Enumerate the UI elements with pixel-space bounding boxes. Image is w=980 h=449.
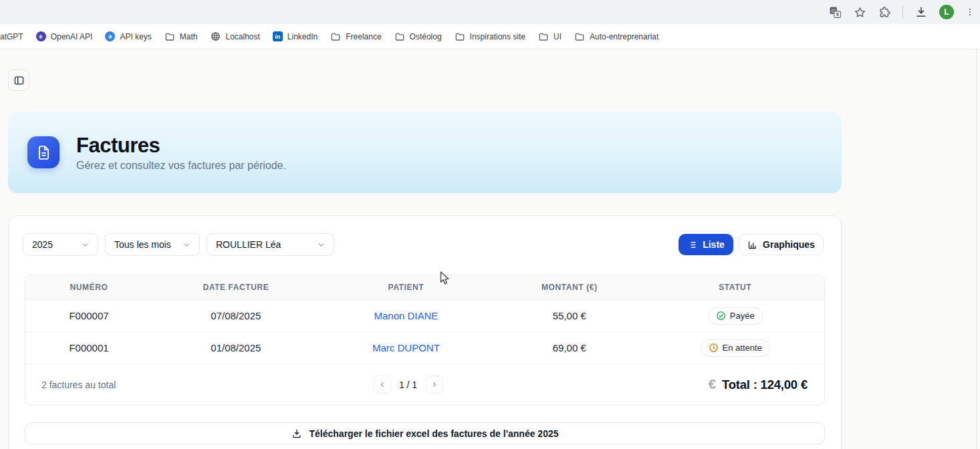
chevron-down-icon — [81, 241, 90, 249]
clock-icon — [709, 343, 719, 353]
toolbar-separator — [902, 6, 903, 18]
bookmark-folder-auto-entreprenariat[interactable]: Auto-entreprenariat — [574, 31, 658, 42]
filters-row: 2025 Tous les mois ROULLIER Léa — [23, 233, 334, 256]
bookmark-api-keys[interactable]: API keys — [105, 31, 151, 41]
invoice-date: 01/08/2025 — [152, 342, 320, 353]
folder-icon — [574, 31, 585, 42]
bar-chart-icon — [747, 240, 757, 250]
page-subtitle: Gérez et consultez vos factures par péri… — [76, 160, 286, 172]
folder-icon — [455, 31, 465, 42]
invoice-amount: 55,00 € — [493, 310, 646, 321]
bookmark-folder-ui[interactable]: UI — [538, 31, 562, 42]
column-header-patient: PATIENT — [320, 283, 493, 292]
list-view-button[interactable]: Liste — [679, 234, 733, 255]
column-header-numero: NUMÉRO — [25, 283, 152, 292]
openai-icon — [36, 31, 46, 41]
bookmark-folder-freelance[interactable]: Freelance — [330, 31, 381, 42]
month-select[interactable]: Tous les mois — [105, 233, 200, 256]
chevron-down-icon — [182, 241, 191, 249]
invoice-amount: 69,00 € — [493, 342, 646, 353]
check-circle-icon — [716, 311, 726, 321]
bookmark-folder-osteolog[interactable]: Ostéolog — [394, 31, 442, 42]
charts-view-button[interactable]: Graphiques — [739, 234, 824, 255]
browser-menu-icon[interactable] — [965, 5, 975, 19]
download-icon — [291, 428, 302, 439]
year-select[interactable]: 2025 — [23, 233, 98, 256]
table-row: F000001 01/08/2025 Marc DUPONT 69,00 € E… — [25, 332, 824, 364]
next-page-button[interactable] — [425, 376, 443, 394]
sidebar-toggle-button[interactable] — [8, 69, 29, 91]
downloads-icon[interactable] — [914, 5, 928, 19]
bookmark-chatgpt[interactable]: atGPT — [0, 32, 23, 41]
bookmark-openai-api[interactable]: OpenAI API — [36, 31, 93, 41]
translate-icon[interactable]: G — [828, 5, 842, 19]
chevron-down-icon — [317, 241, 326, 249]
invoice-document-icon — [27, 136, 59, 168]
bookmark-localhost[interactable]: Localhost — [210, 31, 259, 42]
column-header-montant: MONTANT (€) — [493, 283, 646, 292]
patient-link[interactable]: Manon DIANE — [374, 310, 438, 321]
page-indicator: 1 / 1 — [399, 380, 417, 390]
chevron-right-icon — [430, 380, 439, 389]
total-amount: € Total : 124,00 € — [709, 377, 808, 392]
invoice-count: 2 factures au total — [41, 380, 116, 390]
practitioner-select[interactable]: ROULLIER Léa — [207, 233, 334, 256]
invoice-number: F000001 — [25, 342, 152, 353]
chevron-left-icon — [378, 380, 386, 389]
table-header-row: NUMÉRO DATE FACTURE PATIENT MONTANT (€) … — [25, 275, 824, 300]
bookmark-linkedin[interactable]: in LinkedIn — [273, 31, 318, 41]
invoices-card: 2025 Tous les mois ROULLIER Léa Liste Gr… — [8, 215, 842, 449]
page-header-card: Factures Gérez et consultez vos factures… — [8, 112, 842, 193]
globe-icon — [210, 31, 221, 42]
download-excel-button[interactable]: Télécharger le fichier excel des facture… — [25, 422, 825, 444]
linkedin-icon: in — [273, 31, 283, 41]
list-icon — [687, 240, 697, 250]
mouse-cursor — [440, 271, 450, 288]
browser-toolbar: G L — [0, 0, 980, 24]
table-footer: 2 factures au total 1 / 1 € Total : 124,… — [25, 364, 824, 405]
status-badge-paid: Payée — [708, 307, 763, 325]
profile-avatar[interactable]: L — [939, 5, 954, 19]
bookmark-folder-math[interactable]: Math — [164, 31, 198, 42]
view-toggle: Liste Graphiques — [679, 234, 824, 255]
invoice-date: 07/08/2025 — [152, 310, 320, 321]
api-keys-icon — [105, 31, 115, 41]
page-title: Factures — [76, 134, 286, 156]
previous-page-button[interactable] — [373, 376, 391, 394]
invoices-table: NUMÉRO DATE FACTURE PATIENT MONTANT (€) … — [25, 275, 825, 406]
extensions-icon[interactable] — [878, 5, 891, 19]
column-header-statut: STATUT — [646, 283, 824, 292]
euro-icon: € — [709, 377, 716, 392]
folder-icon — [330, 31, 341, 42]
status-badge-pending: En attente — [701, 339, 770, 357]
panel-left-icon — [13, 75, 25, 86]
folder-icon — [538, 31, 549, 42]
bookmarks-bar: atGPT OpenAI API API keys Math Localhost… — [0, 24, 980, 49]
bookmark-folder-inspirations[interactable]: Inspirations site — [455, 31, 525, 42]
table-row: F000007 07/08/2025 Manon DIANE 55,00 € P… — [25, 300, 824, 332]
folder-icon — [164, 31, 175, 42]
invoice-number: F000007 — [25, 310, 152, 321]
column-header-date: DATE FACTURE — [152, 283, 320, 292]
scrollbar-track[interactable] — [976, 49, 977, 449]
folder-icon — [394, 31, 405, 42]
patient-link[interactable]: Marc DUPONT — [372, 342, 440, 353]
bookmark-star-icon[interactable] — [853, 5, 866, 19]
